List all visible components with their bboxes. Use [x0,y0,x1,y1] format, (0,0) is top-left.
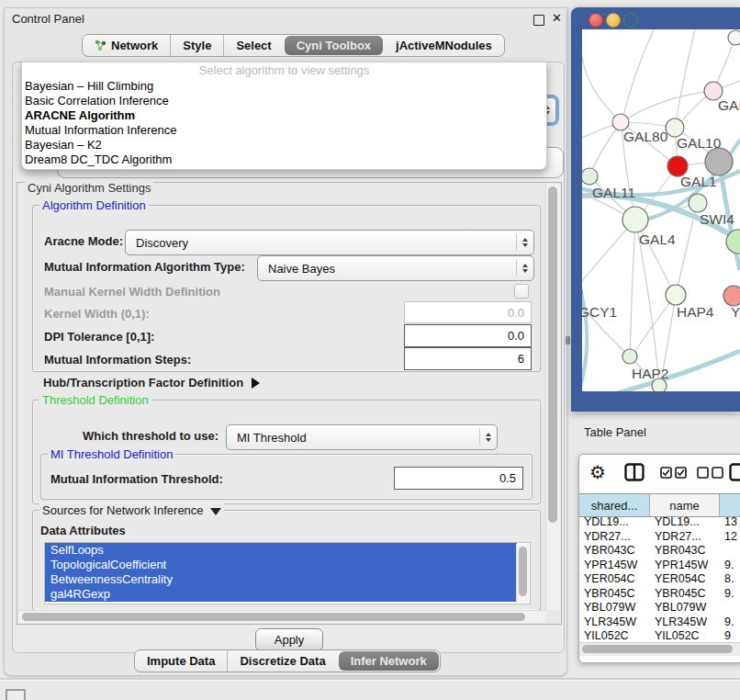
table-cell: 9. [720,615,740,630]
column-header[interactable]: name [650,494,720,516]
zoom-traffic-light[interactable] [623,13,638,28]
column-header[interactable]: shared... [579,494,650,516]
kernel-width-field[interactable]: 0.0 [404,301,532,323]
data-attribute-item[interactable]: BetweennessCentrality [45,572,517,587]
list-scrollbar[interactable] [516,544,529,603]
bottom-divider [0,678,740,681]
mi-steps-field[interactable]: 6 [404,347,532,370]
table-cell: YDR27... [579,530,650,545]
data-attributes-list[interactable]: SelfLoopsTopologicalCoefficientBetweenne… [44,542,531,604]
minimize-traffic-light[interactable] [606,13,621,28]
aracne-mode-label: Aracne Mode: [44,234,123,248]
panel-splitter-grip[interactable] [566,336,570,344]
network-edge[interactable] [622,29,654,122]
data-attribute-item[interactable]: gal4RGexp [45,587,517,602]
table-row[interactable]: YDR27...YDR27...12 [579,530,740,545]
cyni-bottom-tabbar: Impute DataDiscretize DataInfer Network [134,649,441,672]
close-traffic-light[interactable] [589,13,603,28]
table-toolbar: ⚙ [579,455,740,493]
network-node-label: GAL11 [592,185,635,200]
table-horizontal-scrollbar[interactable] [579,642,740,656]
table-panel-window: ⚙ shared...name YDL19...YDL19...13YDR27.… [578,454,740,663]
network-node-hap2[interactable] [622,349,637,364]
gear-icon[interactable]: ⚙ [589,461,606,483]
network-node[interactable] [705,148,733,175]
panel-splitter[interactable] [566,414,740,415]
network-edge[interactable] [622,91,713,122]
aracne-mode-combobox[interactable]: Discovery [125,230,534,255]
network-edge[interactable] [676,204,697,295]
split-columns-icon[interactable] [624,463,645,481]
select-all-columns-icon[interactable] [660,467,688,479]
algorithm-option[interactable]: Basic Correlation Inference [22,94,546,108]
data-attribute-item[interactable]: TopologicalCoefficient [45,558,517,572]
tab-impute-data[interactable]: Impute Data [135,650,227,672]
table-row[interactable]: YBR045CYBR045C9. [579,587,740,602]
table-cell: YBR043C [650,544,720,559]
network-node-label: GAL80 [623,129,668,144]
apply-button[interactable]: Apply [255,628,323,651]
tab-style[interactable]: Style [170,35,223,56]
table-row[interactable]: YPR145WYPR145W9. [579,559,740,573]
table-cell: YER054C [650,572,720,587]
network-node-gal4[interactable] [622,207,648,232]
which-threshold-combobox[interactable]: MI Threshold [226,424,498,450]
algorithm-option[interactable]: Bayesian – Hill Climbing [22,79,546,94]
sources-group: Sources for Network Inference Data Attri… [32,510,541,611]
table-cell: YBR043C [579,544,650,559]
network-view-window: GALGAL80GAL10GAL1GAL11SWI4GAL4GCY1HAP4YH… [571,7,740,412]
table-row[interactable]: YBR043CYBR043C [579,544,740,559]
table-row[interactable]: YER054CYER054C8. [579,572,740,587]
network-node-y[interactable] [723,286,740,306]
mi-threshold-field[interactable]: 0.5 [394,467,523,490]
tab-network[interactable]: Network [83,35,170,56]
algorithm-option[interactable]: Bayesian – K2 [22,138,546,152]
network-node-gal10[interactable] [666,119,684,137]
network-edge[interactable] [589,122,622,176]
tab-label: Style [183,39,211,52]
table-row[interactable]: YBL079WYBL079W [579,601,740,615]
algorithm-option[interactable]: ARACNE Algorithm [22,108,546,123]
tab-cyni-toolbox[interactable]: Cyni Toolbox [285,36,383,55]
close-icon[interactable]: ✕ [552,11,562,25]
cyni-toolbox-content: galFiltered.sif default node Select algo… [12,62,565,653]
dpi-tolerance-field[interactable]: 0.0 [404,324,532,347]
table-cell [720,544,740,559]
algorithm-option[interactable]: Dream8 DC_TDC Algorithm [22,152,546,167]
network-canvas[interactable]: GALGAL80GAL10GAL1GAL11SWI4GAL4GCY1HAP4YH… [582,29,740,391]
sources-group-title[interactable]: Sources for Network Inference [39,503,224,517]
table-row[interactable]: YDL19...YDL19...13 [579,515,740,530]
network-edge[interactable] [675,29,695,128]
mini-panel-icon[interactable] [6,689,26,700]
network-edge[interactable] [582,220,635,292]
network-node-label: GAL [718,97,740,113]
network-node-swi4[interactable] [689,194,707,212]
settings-vertical-scrollbar[interactable] [545,184,560,610]
algorithm-option[interactable]: Mutual Information Inference [22,123,546,138]
manual-kernel-width-checkbox[interactable] [514,284,529,299]
network-edge[interactable] [582,57,622,122]
threshold-definition-title: Threshold Definition [39,393,151,407]
tab-jactivemnodules[interactable]: jActiveMNodules [384,35,504,56]
network-node-hap4[interactable] [666,285,686,305]
combo-stepper-icon [516,234,533,251]
table-row[interactable]: YIL052CYIL052C9 [579,629,740,642]
data-attribute-item[interactable]: SelfLoops [45,543,517,558]
tab-infer-network[interactable]: Infer Network [339,651,439,671]
hub-definition-toggle[interactable]: Hub/Transcription Factor Definition [43,374,260,390]
network-node[interactable] [728,30,740,45]
tab-label: jActiveMNodules [396,39,492,52]
network-node-gal11[interactable] [582,168,598,185]
network-edge[interactable] [630,220,635,356]
new-table-icon[interactable] [729,463,740,481]
tab-discretize-data[interactable]: Discretize Data [227,650,337,672]
settings-horizontal-scrollbar[interactable] [18,610,545,623]
table-cell: YDL19... [650,515,720,530]
column-header[interactable] [720,494,740,516]
tab-select[interactable]: Select [223,35,283,56]
network-edge[interactable] [632,295,676,356]
mi-algorithm-type-combobox[interactable]: Naive Bayes [257,255,534,281]
float-window-icon[interactable] [533,15,544,26]
table-row[interactable]: YLR345WYLR345W9. [579,615,740,630]
deselect-all-columns-icon[interactable] [697,467,724,479]
